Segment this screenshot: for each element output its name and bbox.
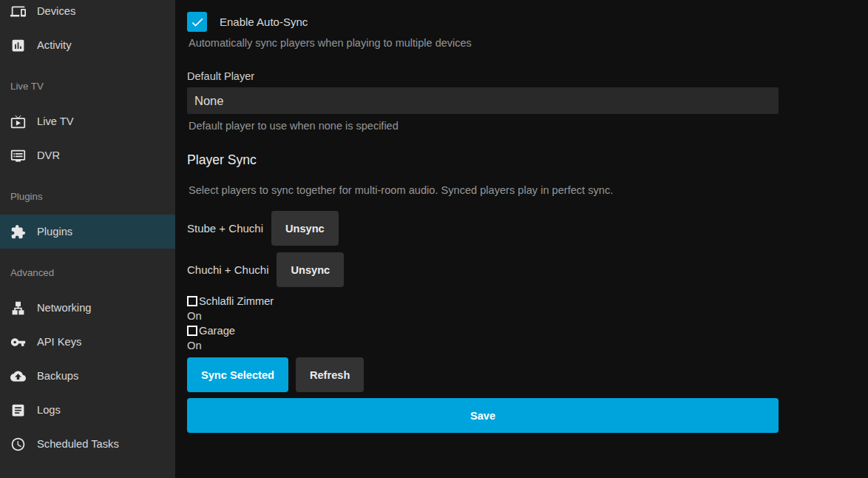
networking-icon bbox=[10, 300, 26, 316]
sidebar-item-networking[interactable]: Networking bbox=[0, 291, 175, 325]
sidebar-item-live-tv[interactable]: Live TV bbox=[0, 104, 175, 138]
sidebar-item-label: API Keys bbox=[37, 336, 81, 348]
default-player-value: None bbox=[194, 94, 223, 108]
auto-sync-label: Enable Auto-Sync bbox=[220, 16, 308, 28]
player-list: Schlafli ZimmerOnGarageOn bbox=[187, 294, 779, 353]
sync-group-name: Stube + Chuchi bbox=[187, 222, 263, 235]
dvr-icon bbox=[10, 148, 26, 164]
sidebar-item-label: Logs bbox=[37, 404, 61, 416]
default-player-label: Default Player bbox=[187, 70, 779, 82]
player-item: GarageOn bbox=[187, 323, 779, 353]
sidebar-item-scheduled-tasks[interactable]: Scheduled Tasks bbox=[0, 427, 175, 461]
settings-form: Enable Auto-Sync Automatically sync play… bbox=[187, 12, 779, 433]
sidebar-item-activity[interactable]: Activity bbox=[0, 28, 175, 62]
sidebar-item-dvr[interactable]: DVR bbox=[0, 138, 175, 172]
sidebar-item-label: Live TV bbox=[37, 115, 74, 127]
player-sync-description: Select players to sync together for mult… bbox=[187, 184, 779, 196]
sync-group-name: Chuchi + Chuchi bbox=[187, 263, 268, 276]
sidebar-item-label: Plugins bbox=[37, 226, 72, 238]
auto-sync-checkbox-row[interactable]: Enable Auto-Sync bbox=[187, 12, 779, 32]
save-button[interactable]: Save bbox=[187, 398, 779, 433]
unsync-button[interactable]: Unsync bbox=[277, 252, 344, 287]
sidebar-item-label: DVR bbox=[37, 149, 60, 161]
activity-icon bbox=[10, 38, 26, 53]
plugin-settings-panel: Enable Auto-Sync Automatically sync play… bbox=[175, 0, 868, 478]
sidebar-item-label: Backups bbox=[37, 370, 78, 382]
sidebar-item-plugins[interactable]: Plugins bbox=[0, 215, 175, 249]
sidebar-item-label: Devices bbox=[37, 5, 75, 17]
player-checkbox[interactable] bbox=[187, 326, 197, 336]
player-checkbox[interactable] bbox=[187, 296, 197, 306]
sidebar-item-logs[interactable]: Logs bbox=[0, 393, 175, 427]
sidebar-item-api-keys[interactable]: API Keys bbox=[0, 325, 175, 359]
sidebar-section-plugins: Plugins bbox=[0, 191, 175, 203]
sidebar-item-label: Activity bbox=[37, 39, 72, 51]
default-player-description: Default player to use when none is speci… bbox=[187, 120, 779, 132]
sidebar-section-advanced: Advanced bbox=[0, 267, 175, 279]
sync-group-row: Stube + ChuchiUnsync bbox=[187, 211, 779, 246]
unsync-button[interactable]: Unsync bbox=[271, 211, 339, 246]
live-tv-icon bbox=[10, 114, 26, 129]
sidebar-section-live-tv: Live TV bbox=[0, 81, 175, 92]
checkmark-icon bbox=[190, 15, 205, 30]
sync-group-list: Stube + ChuchiUnsyncChuchi + ChuchiUnsyn… bbox=[187, 211, 779, 287]
player-status: On bbox=[187, 338, 779, 353]
player-status: On bbox=[187, 309, 779, 323]
sync-group-row: Chuchi + ChuchiUnsync bbox=[187, 252, 779, 287]
auto-sync-checkbox[interactable] bbox=[187, 12, 207, 32]
player-name: Schlafli Zimmer bbox=[199, 295, 274, 307]
plugins-icon bbox=[10, 224, 26, 240]
default-player-select[interactable]: None bbox=[187, 87, 779, 114]
scheduled-tasks-icon bbox=[10, 437, 26, 452]
sidebar-item-label: Networking bbox=[37, 302, 91, 314]
logs-icon bbox=[10, 403, 26, 418]
sync-selected-button[interactable]: Sync Selected bbox=[187, 357, 288, 392]
sidebar-item-backups[interactable]: Backups bbox=[0, 359, 175, 393]
sidebar-item-devices[interactable]: Devices bbox=[0, 0, 175, 28]
action-button-row: Sync Selected Refresh bbox=[187, 357, 779, 392]
sidebar-item-label: Scheduled Tasks bbox=[37, 438, 119, 450]
backups-icon bbox=[10, 368, 26, 384]
auto-sync-description: Automatically sync players when playing … bbox=[187, 37, 779, 49]
player-checkbox-row[interactable]: Schlafli Zimmer bbox=[187, 294, 779, 309]
sidebar: DevicesActivityLive TVLive TVDVRPluginsP… bbox=[0, 0, 175, 478]
auto-sync-field: Enable Auto-Sync Automatically sync play… bbox=[187, 12, 779, 49]
player-item: Schlafli ZimmerOn bbox=[187, 294, 779, 323]
api-keys-icon bbox=[10, 334, 26, 350]
player-sync-title: Player Sync bbox=[187, 152, 779, 168]
player-name: Garage bbox=[199, 325, 235, 337]
player-checkbox-row[interactable]: Garage bbox=[187, 323, 779, 338]
default-player-field: Default Player None Default player to us… bbox=[187, 70, 779, 132]
devices-icon bbox=[10, 4, 26, 19]
app-window: DevicesActivityLive TVLive TVDVRPluginsP… bbox=[0, 0, 868, 478]
refresh-button[interactable]: Refresh bbox=[296, 357, 364, 392]
sidebar-nav: DevicesActivityLive TVLive TVDVRPluginsP… bbox=[0, 0, 175, 461]
